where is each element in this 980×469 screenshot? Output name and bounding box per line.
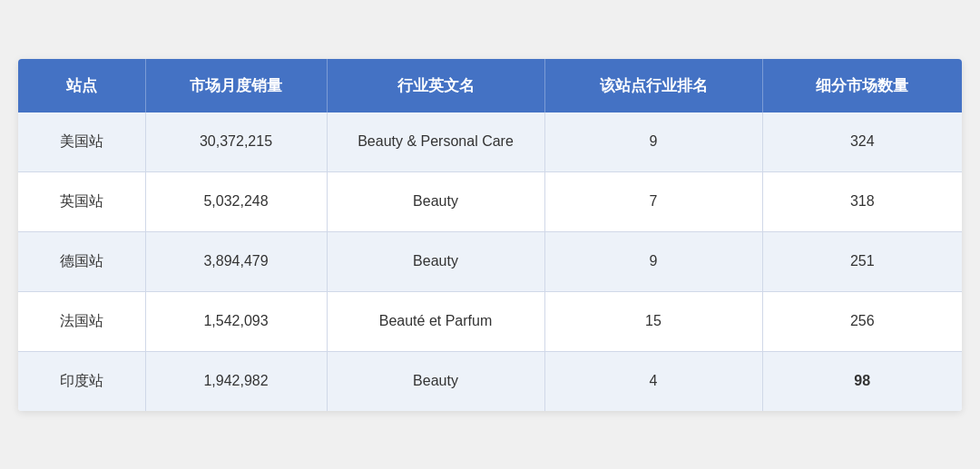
header-sales: 市场月度销量 [145,59,327,112]
cell-industry: Beauty [327,351,544,411]
cell-station: 英国站 [18,171,145,231]
header-industry: 行业英文名 [327,59,544,112]
cell-station: 法国站 [18,291,145,351]
table-row: 英国站5,032,248Beauty7318 [18,171,962,231]
cell-sales: 3,894,479 [145,231,327,291]
cell-industry: Beauté et Parfum [327,291,544,351]
cell-submarket: 256 [762,291,962,351]
cell-sales: 1,542,093 [145,291,327,351]
header-station: 站点 [18,59,145,112]
table-row: 德国站3,894,479Beauty9251 [18,231,962,291]
cell-industry: Beauty & Personal Care [327,112,544,172]
table-row: 法国站1,542,093Beauté et Parfum15256 [18,291,962,351]
cell-rank: 9 [544,231,762,291]
cell-submarket: 251 [762,231,962,291]
cell-submarket: 98 [762,351,962,411]
cell-station: 美国站 [18,112,145,172]
cell-rank: 15 [544,291,762,351]
data-table: 站点 市场月度销量 行业英文名 该站点行业排名 细分市场数量 美国站30,372… [18,59,962,411]
table-body: 美国站30,372,215Beauty & Personal Care9324英… [18,112,962,411]
header-submarket: 细分市场数量 [762,59,962,112]
table-header: 站点 市场月度销量 行业英文名 该站点行业排名 细分市场数量 [18,59,962,112]
header-row: 站点 市场月度销量 行业英文名 该站点行业排名 细分市场数量 [18,59,962,112]
table-row: 印度站1,942,982Beauty498 [18,351,962,411]
cell-station: 印度站 [18,351,145,411]
cell-sales: 1,942,982 [145,351,327,411]
cell-sales: 5,032,248 [145,171,327,231]
cell-submarket: 318 [762,171,962,231]
cell-rank: 9 [544,112,762,172]
cell-industry: Beauty [327,171,544,231]
cell-submarket: 324 [762,112,962,172]
main-table-container: 站点 市场月度销量 行业英文名 该站点行业排名 细分市场数量 美国站30,372… [18,59,962,411]
table-row: 美国站30,372,215Beauty & Personal Care9324 [18,112,962,172]
cell-sales: 30,372,215 [145,112,327,172]
header-rank: 该站点行业排名 [544,59,762,112]
cell-rank: 7 [544,171,762,231]
cell-industry: Beauty [327,231,544,291]
cell-rank: 4 [544,351,762,411]
cell-station: 德国站 [18,231,145,291]
